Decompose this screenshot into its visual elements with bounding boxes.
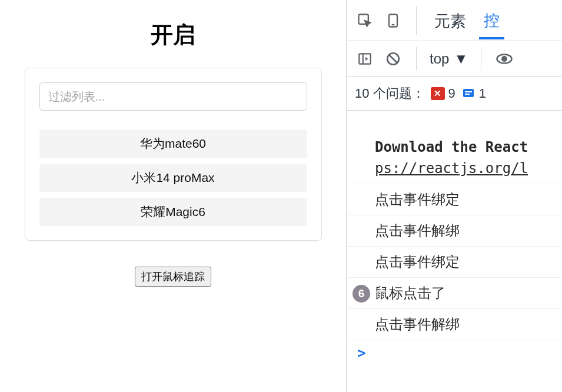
toggle-mouse-tracking-button[interactable]: 打开鼠标追踪	[135, 267, 211, 287]
device-toolbar-icon[interactable]	[383, 11, 403, 31]
console-message: 点击事件解绑	[347, 215, 562, 247]
console-output[interactable]: Download the React ps://reactjs.org/l 点击…	[347, 111, 562, 392]
devtools-pane: 元素 控 top ▼ 10 个问题： ✕ 9	[346, 0, 562, 392]
svg-rect-3	[359, 54, 371, 64]
console-message: 点击事件绑定	[347, 184, 562, 215]
svg-rect-10	[465, 91, 472, 92]
info-count: 1	[479, 86, 486, 101]
clear-console-icon[interactable]	[383, 49, 403, 69]
info-icon	[461, 87, 475, 101]
console-message: Download the React	[347, 132, 562, 158]
page-title: 开启	[151, 20, 195, 50]
info-badge[interactable]: 1	[461, 86, 486, 101]
tab-console[interactable]: 控	[479, 2, 504, 39]
separator	[481, 47, 481, 70]
issues-bar[interactable]: 10 个问题： ✕ 9 1	[347, 77, 562, 111]
inspect-element-icon[interactable]	[355, 11, 375, 31]
separator	[416, 47, 417, 70]
list-item[interactable]: 荣耀Magic6	[39, 198, 307, 226]
context-selector-label: top	[430, 51, 449, 67]
svg-rect-11	[465, 94, 470, 95]
errors-badge[interactable]: ✕ 9	[431, 86, 455, 101]
chevron-down-icon: ▼	[454, 51, 468, 67]
devtools-tabbar: 元素 控	[347, 0, 562, 41]
context-selector[interactable]: top ▼	[430, 51, 468, 67]
console-prompt[interactable]: >	[347, 340, 562, 366]
app-pane: 开启 华为mate60 小米14 proMax 荣耀Magic6 打开鼠标追踪	[0, 0, 346, 392]
console-message: 6 鼠标点击了	[347, 278, 562, 309]
toggle-sidebar-icon[interactable]	[355, 49, 375, 69]
filter-input[interactable]	[39, 82, 307, 111]
svg-point-8	[502, 57, 507, 61]
issues-label: 10 个问题：	[355, 85, 425, 102]
console-link[interactable]: ps://reactjs.org/l	[347, 158, 562, 184]
list-item[interactable]: 华为mate60	[39, 129, 307, 158]
filter-card: 华为mate60 小米14 proMax 荣耀Magic6	[25, 68, 322, 241]
live-expression-icon[interactable]	[494, 49, 514, 69]
errors-count: 9	[448, 86, 455, 101]
list-item[interactable]: 小米14 proMax	[39, 164, 307, 192]
repeat-count-badge: 6	[353, 285, 370, 303]
console-toolbar: top ▼	[347, 41, 562, 77]
separator	[416, 6, 417, 35]
error-icon: ✕	[431, 87, 445, 100]
svg-line-6	[390, 55, 397, 62]
console-message: 点击事件绑定	[347, 247, 562, 278]
console-message: 点击事件解绑	[347, 309, 562, 340]
tab-elements[interactable]: 元素	[430, 2, 471, 39]
svg-rect-9	[463, 89, 474, 97]
console-message-text: 鼠标点击了	[375, 285, 445, 301]
